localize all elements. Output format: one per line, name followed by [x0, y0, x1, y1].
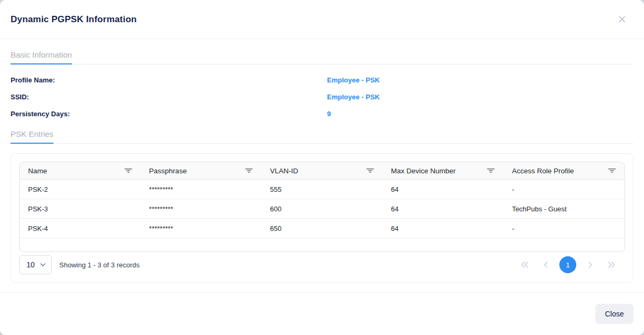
field-label: Profile Name:	[11, 76, 327, 84]
column-label: Passphrase	[149, 167, 187, 175]
basic-information-fields: Profile Name: Employee - PSK SSID: Emplo…	[11, 71, 633, 122]
field-profile-name: Profile Name: Employee - PSK	[11, 71, 633, 88]
cell-access-role-profile: -	[503, 180, 624, 199]
cell-max-device-number: 64	[383, 199, 504, 218]
field-label: Persistency Days:	[11, 110, 327, 118]
dialog-header: Dynamic PGPSK Information	[0, 0, 644, 39]
column-header-access-role-profile: Access Role Profile	[503, 162, 624, 179]
psk-entries-card: Name Passphrase VLAN-ID	[11, 153, 633, 283]
first-page-button[interactable]	[517, 257, 532, 272]
column-header-name: Name	[20, 162, 141, 179]
table-row[interactable]: PSK-3 ********* 600 64 TechPubs - Guest	[20, 199, 624, 218]
cell-vlan-id: 650	[261, 219, 383, 238]
cell-access-role-profile: TechPubs - Guest	[503, 199, 624, 218]
cell-max-device-number: 64	[383, 180, 504, 199]
filter-icon[interactable]	[487, 168, 495, 174]
dynamic-pgpsk-dialog: Dynamic PGPSK Information Basic Informat…	[0, 0, 644, 335]
cell-vlan-id: 555	[261, 180, 383, 199]
basic-information-section-header: Basic Information	[11, 51, 633, 64]
filter-icon[interactable]	[608, 168, 616, 174]
cell-vlan-id: 600	[261, 199, 383, 218]
psk-entries-title: PSK Entries	[11, 130, 53, 144]
page-number-current[interactable]: 1	[559, 256, 576, 273]
basic-information-title: Basic Information	[11, 51, 72, 64]
column-label: Name	[28, 167, 47, 175]
psk-entries-table: Name Passphrase VLAN-ID	[19, 162, 625, 252]
filter-icon[interactable]	[245, 168, 253, 174]
records-summary: Showing 1 - 3 of 3 records	[59, 261, 140, 269]
column-label: Max Device Number	[391, 167, 456, 175]
field-persistency-days: Persistency Days: 9	[11, 105, 633, 122]
chevron-down-icon	[40, 263, 46, 266]
cell-name: PSK-4	[20, 219, 141, 238]
field-value: 9	[327, 110, 331, 118]
table-empty-space	[20, 238, 624, 252]
filter-icon[interactable]	[124, 168, 132, 174]
column-label: Access Role Profile	[512, 167, 574, 175]
next-page-button[interactable]	[583, 257, 597, 272]
cell-name: PSK-2	[20, 180, 141, 199]
cell-passphrase: *********	[141, 219, 262, 238]
close-button[interactable]: Close	[595, 304, 633, 324]
psk-entries-section-header: PSK Entries	[11, 130, 633, 144]
cell-name: PSK-3	[20, 199, 141, 218]
column-header-vlan-id: VLAN-ID	[261, 162, 383, 179]
column-header-max-device-number: Max Device Number	[383, 162, 504, 179]
table-header-row: Name Passphrase VLAN-ID	[20, 162, 624, 180]
field-value: Employee - PSK	[327, 76, 380, 84]
page-size-value: 10	[26, 260, 35, 269]
pagination-bar: 10 Showing 1 - 3 of 3 records 1	[19, 255, 625, 274]
table-row[interactable]: PSK-2 ********* 555 64 -	[20, 180, 624, 199]
column-label: VLAN-ID	[270, 167, 298, 175]
cell-access-role-profile: -	[503, 219, 624, 238]
pager: 1	[517, 256, 625, 273]
field-label: SSID:	[11, 93, 327, 101]
close-icon[interactable]	[614, 12, 629, 27]
previous-page-button[interactable]	[538, 257, 553, 272]
page-size-select[interactable]: 10	[19, 255, 52, 274]
dialog-title: Dynamic PGPSK Information	[11, 14, 137, 25]
cell-max-device-number: 64	[383, 219, 504, 238]
table-row[interactable]: PSK-4 ********* 650 64 -	[20, 218, 624, 238]
dialog-footer: Close	[0, 292, 644, 335]
dialog-body: Basic Information Profile Name: Employee…	[0, 39, 644, 292]
last-page-button[interactable]	[604, 257, 619, 272]
field-value: Employee - PSK	[327, 93, 380, 101]
cell-passphrase: *********	[141, 199, 262, 218]
cell-passphrase: *********	[141, 180, 262, 199]
filter-icon[interactable]	[366, 168, 374, 174]
column-header-passphrase: Passphrase	[141, 162, 262, 179]
field-ssid: SSID: Employee - PSK	[11, 88, 633, 105]
